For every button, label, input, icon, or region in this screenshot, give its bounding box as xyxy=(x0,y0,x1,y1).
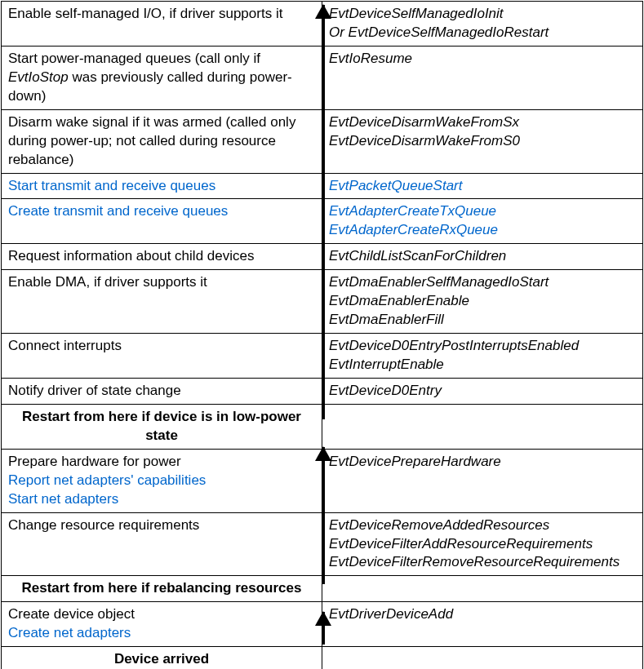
step-description: Disarm wake signal if it was armed (call… xyxy=(2,109,322,173)
step-description: Create device objectCreate net adapters xyxy=(2,602,322,647)
callback-name: EvtPacketQueueStart xyxy=(329,177,636,196)
callback-name: EvtDeviceD0Entry xyxy=(329,382,636,401)
callback-name: EvtDeviceDisarmWakeFromSx xyxy=(329,113,636,132)
text-fragment: Enable DMA, if driver supports it xyxy=(8,274,207,290)
callback-name: EvtDeviceRemoveAddedResources xyxy=(329,516,636,535)
restart-low-power-label: Restart from here if device is in low-po… xyxy=(2,404,322,449)
text-fragment: Create net adapters xyxy=(8,624,315,643)
callback-list: EvtDeviceD0Entry xyxy=(322,378,643,404)
callback-list: EvtDmaEnablerSelfManagedIoStartEvtDmaEna… xyxy=(322,270,643,334)
callback-list: EvtDeviceRemoveAddedResourcesEvtDeviceFi… xyxy=(322,512,643,576)
text-fragment: Create device object xyxy=(8,605,315,624)
step-description: Start power-managed queues (call only if… xyxy=(2,46,322,109)
flow-arrow-middle xyxy=(322,447,325,584)
device-arrived-label: Device arrived xyxy=(2,647,322,669)
callback-name: Or EvtDeviceSelfManagedIoRestart xyxy=(329,24,636,42)
step-description: Enable DMA, if driver supports it xyxy=(2,270,322,334)
text-fragment: Start power-managed queues (call only if xyxy=(8,51,260,66)
flow-arrow-bottom xyxy=(322,612,325,645)
step-description: Request information about child devices xyxy=(2,244,322,270)
callback-list: EvtDriverDeviceAdd xyxy=(322,602,643,647)
callback-name: EvtDriverDeviceAdd xyxy=(329,605,636,624)
text-fragment: Notify driver of state change xyxy=(8,383,181,398)
step-description: Change resource requirements xyxy=(2,512,322,576)
callback-list: EvtAdapterCreateTxQueueEvtAdapterCreateR… xyxy=(322,199,643,244)
text-fragment: Prepare hardware for power xyxy=(8,453,315,472)
step-description: Prepare hardware for powerReport net ada… xyxy=(2,449,322,512)
text-fragment: Request information about child devices xyxy=(8,248,254,264)
text-fragment: Change resource requirements xyxy=(8,517,199,533)
callback-name: EvtDeviceSelfManagedIoInit xyxy=(329,5,636,24)
text-fragment: Create transmit and receive queues xyxy=(8,203,228,219)
step-description: Create transmit and receive queues xyxy=(2,199,322,244)
text-fragment: EvtIoStop xyxy=(8,69,69,85)
callback-name: EvtAdapterCreateRxQueue xyxy=(329,221,636,240)
callback-list: EvtDeviceDisarmWakeFromSxEvtDeviceDisarm… xyxy=(322,109,643,173)
callback-list: EvtChildListScanForChildren xyxy=(322,244,643,270)
callback-name: EvtAdapterCreateTxQueue xyxy=(329,202,636,221)
callback-list: EvtDeviceSelfManagedIoInitOr EvtDeviceSe… xyxy=(322,2,643,47)
callback-list: EvtIoResume xyxy=(322,46,643,109)
flow-arrow-top xyxy=(322,5,325,419)
callback-name: EvtInterruptEnable xyxy=(329,356,636,374)
callback-name: EvtDeviceFilterAddResourceRequirements xyxy=(329,535,636,554)
text-fragment: Start net adapters xyxy=(8,490,315,509)
text-fragment: Disarm wake signal if it was armed (call… xyxy=(8,114,295,167)
step-description: Connect interrupts xyxy=(2,334,322,379)
callback-name: EvtDmaEnablerFill xyxy=(329,311,636,330)
text-fragment: Enable self-managed I/O, if driver suppo… xyxy=(8,6,282,21)
callback-list: EvtDeviceD0EntryPostInterruptsEnabledEvt… xyxy=(322,334,643,379)
step-description: Start transmit and receive queues xyxy=(2,173,322,199)
text-fragment: Start transmit and receive queues xyxy=(8,178,215,193)
text-fragment: Report net adapters' capabilities xyxy=(8,472,315,490)
callback-name: EvtDmaEnablerSelfManagedIoStart xyxy=(329,273,636,292)
callback-list: EvtPacketQueueStart xyxy=(322,173,643,199)
callback-list: EvtDevicePrepareHardware xyxy=(322,449,643,512)
restart-rebalancing-label: Restart from here if rebalancing resourc… xyxy=(2,576,322,602)
callback-name: EvtDevicePrepareHardware xyxy=(329,453,636,472)
callback-name: EvtIoResume xyxy=(329,50,636,69)
text-fragment: Connect interrupts xyxy=(8,338,122,353)
step-description: Notify driver of state change xyxy=(2,378,322,404)
step-description: Enable self-managed I/O, if driver suppo… xyxy=(2,2,322,47)
callback-name: EvtDeviceD0EntryPostInterruptsEnabled xyxy=(329,337,636,356)
callback-name: EvtDeviceDisarmWakeFromS0 xyxy=(329,132,636,151)
callback-name: EvtDmaEnablerEnable xyxy=(329,292,636,311)
callback-name: EvtChildListScanForChildren xyxy=(329,247,636,266)
callback-name: EvtDeviceFilterRemoveResourceRequirement… xyxy=(329,553,636,572)
